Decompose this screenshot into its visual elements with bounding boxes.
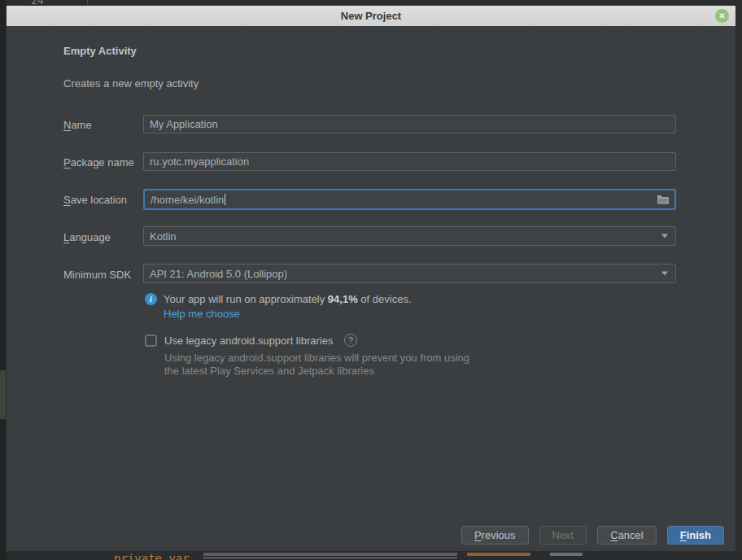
language-value: Kotlin bbox=[150, 230, 177, 243]
cancel-button[interactable]: Cancel bbox=[597, 526, 656, 545]
page-title: Empty Activity bbox=[63, 45, 137, 57]
language-label: Language bbox=[63, 231, 111, 243]
name-value: My Application bbox=[150, 118, 218, 130]
page-subtitle: Creates a new empty activity bbox=[63, 77, 199, 90]
info-icon: i bbox=[145, 293, 157, 305]
minimum-sdk-label: Minimum SDK bbox=[63, 269, 131, 281]
sdk-coverage-text: Your app will run on approximately 94,1%… bbox=[164, 293, 412, 305]
text-caret bbox=[225, 194, 225, 205]
package-name-label: Package name bbox=[63, 156, 134, 168]
close-icon[interactable]: ✕ bbox=[715, 9, 729, 23]
minimum-sdk-value: API 21: Android 5.0 (Lollipop) bbox=[150, 268, 287, 280]
background-scrollbar-mark bbox=[0, 370, 7, 419]
save-location-label: Save location bbox=[63, 194, 127, 206]
save-location-value: /home/kei/kotlin bbox=[151, 194, 224, 206]
folder-icon[interactable] bbox=[657, 195, 670, 205]
package-name-input[interactable]: ru.yotc.myapplication bbox=[143, 152, 676, 171]
background-editor-strip: private var bbox=[7, 551, 742, 560]
next-button[interactable]: Next bbox=[539, 526, 587, 545]
background-code-decor bbox=[550, 553, 583, 556]
background-code-decor bbox=[467, 553, 530, 556]
minimum-sdk-select[interactable]: API 21: Android 5.0 (Lollipop) bbox=[143, 264, 676, 283]
name-label: Name bbox=[63, 119, 92, 131]
save-location-input[interactable]: /home/kei/kotlin bbox=[143, 189, 676, 210]
new-project-dialog: New Project ✕ Empty Activity Creates a n… bbox=[7, 6, 735, 551]
help-icon[interactable]: ? bbox=[344, 334, 357, 347]
editor-gutter-divider bbox=[87, 0, 88, 6]
finish-button[interactable]: Finish bbox=[667, 526, 724, 545]
background-code-underline bbox=[203, 558, 457, 558]
chevron-down-icon bbox=[661, 234, 668, 238]
legacy-support-checkbox[interactable] bbox=[145, 335, 157, 347]
dialog-title: New Project bbox=[341, 10, 401, 22]
dialog-content: Empty Activity Creates a new empty activ… bbox=[7, 26, 735, 551]
dialog-button-row: Previous Next Cancel Finish bbox=[461, 526, 724, 545]
language-select[interactable]: Kotlin bbox=[143, 226, 676, 246]
name-input[interactable]: My Application bbox=[143, 115, 676, 133]
package-name-value: ru.yotc.myapplication bbox=[150, 155, 249, 168]
legacy-support-label: Use legacy android.support libraries bbox=[164, 335, 333, 347]
chevron-down-icon bbox=[661, 272, 668, 276]
dialog-titlebar[interactable]: New Project ✕ bbox=[7, 6, 735, 26]
sdk-coverage-percent: 94,1% bbox=[328, 293, 358, 305]
legacy-support-description: Using legacy android.support libraries w… bbox=[164, 352, 469, 378]
background-code-decor bbox=[203, 553, 457, 556]
background-code-fragment: private var bbox=[114, 552, 190, 560]
background-window-edge bbox=[0, 0, 7, 560]
help-me-choose-link[interactable]: Help me choose bbox=[164, 308, 240, 320]
previous-button[interactable]: Previous bbox=[461, 526, 529, 545]
